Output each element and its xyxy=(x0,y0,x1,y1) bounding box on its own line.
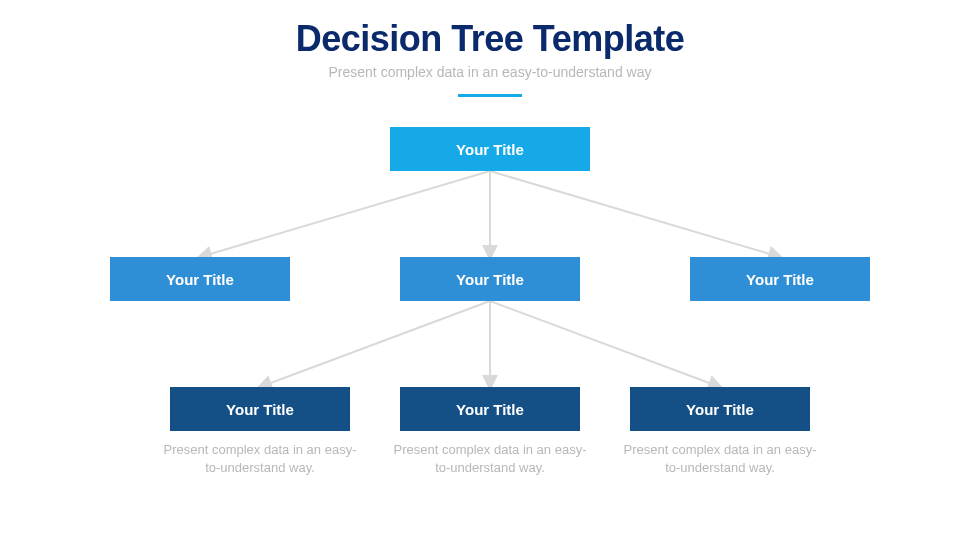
diagram-canvas: Your Title Your Title Your Title Your Ti… xyxy=(0,97,980,527)
svg-line-4 xyxy=(260,301,490,387)
svg-line-1 xyxy=(200,171,490,257)
node-l2c: Your Title xyxy=(630,387,810,431)
node-l2a: Your Title xyxy=(170,387,350,431)
node-root: Your Title xyxy=(390,127,590,171)
header: Decision Tree Template Present complex d… xyxy=(0,0,980,97)
node-l1c: Your Title xyxy=(690,257,870,301)
caption-1: Present complex data in an easy-to-under… xyxy=(160,441,360,476)
node-l1b: Your Title xyxy=(400,257,580,301)
node-l2b: Your Title xyxy=(400,387,580,431)
caption-3: Present complex data in an easy-to-under… xyxy=(620,441,820,476)
caption-2: Present complex data in an easy-to-under… xyxy=(390,441,590,476)
svg-line-6 xyxy=(490,301,720,387)
svg-line-3 xyxy=(490,171,780,257)
node-l1a: Your Title xyxy=(110,257,290,301)
page-title: Decision Tree Template xyxy=(0,18,980,60)
page-subtitle: Present complex data in an easy-to-under… xyxy=(0,64,980,80)
